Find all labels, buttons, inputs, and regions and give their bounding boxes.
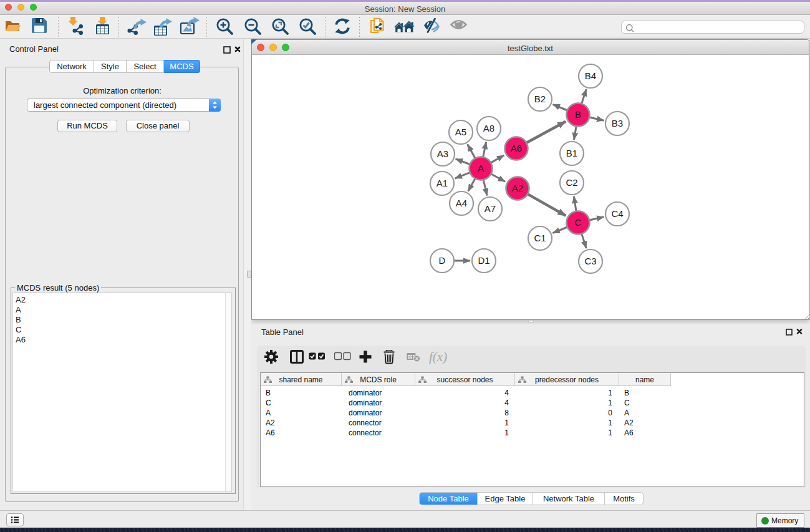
svg-text:A7: A7 (485, 203, 496, 214)
svg-text:C: C (575, 217, 582, 228)
svg-text:B1: B1 (566, 148, 577, 158)
svg-text:A4: A4 (456, 198, 467, 208)
svg-text:B2: B2 (534, 94, 546, 104)
svg-text:A6: A6 (511, 143, 522, 153)
svg-text:A5: A5 (455, 127, 466, 137)
svg-text:A2: A2 (512, 183, 523, 193)
svg-text:B3: B3 (612, 118, 623, 128)
svg-text:B4: B4 (585, 70, 596, 81)
svg-text:A: A (478, 163, 484, 173)
svg-text:C3: C3 (584, 256, 596, 266)
svg-text:B: B (575, 109, 581, 120)
svg-text:A3: A3 (437, 148, 448, 159)
svg-text:C2: C2 (566, 177, 577, 188)
svg-text:A8: A8 (483, 123, 494, 133)
svg-text:D: D (439, 255, 446, 266)
svg-text:A1: A1 (436, 178, 448, 188)
svg-text:C1: C1 (534, 233, 546, 243)
svg-text:C4: C4 (611, 208, 623, 219)
svg-text:D1: D1 (478, 255, 489, 266)
